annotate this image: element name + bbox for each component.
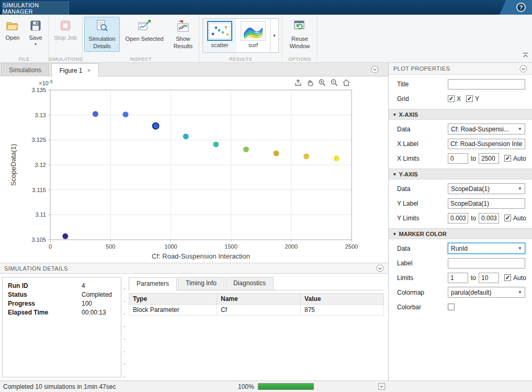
details-tab-panel: Parameters Timing Info Diagnostics Type … <box>129 277 384 377</box>
svg-text:1500: 1500 <box>224 243 237 250</box>
y-auto-checkbox[interactable] <box>504 215 511 221</box>
show-results-button[interactable]: Show Results <box>169 17 197 52</box>
zoom-out-icon[interactable] <box>330 79 338 87</box>
title-input[interactable] <box>448 79 525 89</box>
y-limits-to-label: to <box>471 215 476 222</box>
home-icon[interactable] <box>342 79 350 87</box>
svg-text:500: 500 <box>106 243 115 250</box>
tab-simulations[interactable]: Simulations <box>1 63 49 76</box>
simulation-details-button[interactable]: Simulation Details <box>84 17 120 52</box>
scatter-point-run-8[interactable] <box>274 151 279 156</box>
column-header-value[interactable]: Value <box>301 294 384 305</box>
simulation-details-icon <box>95 19 109 34</box>
tab-figure1[interactable]: Figure 1 × <box>51 63 98 77</box>
grid-row: Grid X Y <box>397 93 528 104</box>
y-axis-section-header[interactable]: ▾ Y-AXIS <box>389 169 532 180</box>
zoom-in-icon[interactable] <box>318 79 326 87</box>
x-limit-min-input[interactable] <box>448 153 468 164</box>
table-row[interactable]: Block Parameter Cf 875 <box>129 305 384 316</box>
marker-color-section-header[interactable]: ▾ MARKER COLOR <box>389 228 532 239</box>
x-limit-max-input[interactable] <box>479 153 499 164</box>
parameters-table-header-row: Type Name Value <box>129 294 384 305</box>
run-id-label: Run ID <box>8 282 82 290</box>
info-row-run-id: Run ID 4 <box>8 282 121 290</box>
y-limit-min-input[interactable] <box>448 213 468 223</box>
grid-y-checkbox[interactable] <box>466 95 473 102</box>
colorbar-checkbox[interactable] <box>448 304 455 310</box>
gallery-item-surf[interactable]: surf <box>236 19 270 52</box>
svg-text:2000: 2000 <box>285 243 298 250</box>
marker-data-dropdown[interactable]: RunId ▼ <box>448 243 525 254</box>
scatter-point-run-6[interactable] <box>213 141 219 147</box>
toolbar-ribbon: Open Save ▾ FILE Stop Job SIMULATIONS <box>0 15 532 63</box>
scatter-point-run-2[interactable] <box>93 111 98 117</box>
open-selected-button[interactable]: Open Selected <box>121 17 168 44</box>
tab-diagnostics[interactable]: Diagnostics <box>225 277 274 290</box>
gallery-item-scatter[interactable]: scatter <box>203 19 236 52</box>
scatter-point-run-9[interactable] <box>303 153 309 159</box>
pan-icon[interactable] <box>306 79 314 87</box>
save-dropdown-caret-icon[interactable]: ▾ <box>35 43 37 46</box>
ribbon-group-inspect: Simulation Details Open Selected Show Re… <box>83 15 199 62</box>
info-row-progress: Progress 100 <box>8 299 121 308</box>
section-caret-icon: ▾ <box>393 172 396 177</box>
x-auto-checkbox[interactable] <box>504 155 511 162</box>
scatter-plot[interactable]: 050010001500200025003.1053.113.1153.123.… <box>0 76 388 263</box>
svg-text:3.12: 3.12 <box>35 162 46 168</box>
ribbon-group-file: Open Save ▾ FILE <box>0 15 49 62</box>
x-data-dropdown[interactable]: Cf: Road-Suspensi... ▼ <box>448 124 525 135</box>
left-pane: Simulations Figure 1 × 05001000150020002… <box>0 63 388 380</box>
info-row-elapsed-time: Elapsed Time 00:00:13 <box>8 308 121 317</box>
colormap-dropdown[interactable]: parula(default) ▼ <box>448 287 525 298</box>
details-splitter[interactable] <box>123 277 126 377</box>
figure-actions-button[interactable] <box>371 65 379 73</box>
tab-parameters[interactable]: Parameters <box>129 277 177 290</box>
reuse-window-button[interactable]: Reuse Window <box>284 17 315 52</box>
ribbon-collapse-icon[interactable] <box>522 51 529 60</box>
column-header-name[interactable]: Name <box>217 294 301 305</box>
ribbon-group-results-label: RESULTS <box>199 57 282 62</box>
marker-limit-max-input[interactable] <box>479 273 499 283</box>
app-tab-simulation-manager[interactable]: SIMULATION MANAGER <box>2 2 69 15</box>
section-caret-icon: ▾ <box>393 112 396 117</box>
stop-job-button[interactable]: Stop Job <box>50 17 81 43</box>
scatter-point-run-3[interactable] <box>123 111 129 117</box>
marker-label-input[interactable] <box>448 258 525 268</box>
tab-timing-info[interactable]: Timing Info <box>178 277 224 290</box>
status-progress-group: 100% <box>238 383 314 390</box>
scatter-point-run-5[interactable] <box>183 133 189 139</box>
x-axis-section-header[interactable]: ▾ X-AXIS <box>389 109 532 120</box>
help-button[interactable]: ? <box>516 3 526 12</box>
gallery-dropdown-button[interactable]: ▾ <box>270 19 278 52</box>
results-gallery: scatter surf ▾ <box>202 18 279 53</box>
y-data-dropdown[interactable]: ScopeData(1) ▼ <box>448 183 525 194</box>
y-limit-max-input[interactable] <box>479 213 499 223</box>
statusbar-collapse-icon[interactable] <box>378 383 386 390</box>
x-label-input[interactable] <box>448 139 525 149</box>
export-icon[interactable] <box>294 79 302 87</box>
marker-auto-checkbox[interactable] <box>504 274 511 281</box>
colorbar-row: Colorbar <box>397 301 528 312</box>
marker-data-row: Data RunId ▼ <box>397 243 528 254</box>
marker-limits-row: Limits to Auto <box>397 272 528 283</box>
tab-close-icon[interactable]: × <box>87 67 91 74</box>
cell-name: Cf <box>217 305 301 316</box>
save-button[interactable]: Save ▾ <box>25 17 47 47</box>
column-header-type[interactable]: Type <box>129 294 217 305</box>
ribbon-group-results: scatter surf ▾ RESULTS <box>199 15 282 62</box>
y-label-input[interactable] <box>448 198 525 209</box>
scatter-point-run-4[interactable] <box>153 123 159 129</box>
scatter-point-run-7[interactable] <box>243 147 249 152</box>
scatter-point-run-10[interactable] <box>334 155 339 161</box>
ribbon-group-options: Reuse Window OPTIONS <box>282 15 318 62</box>
y-label-row: Y Label <box>397 198 528 209</box>
plot-properties-collapse-button[interactable] <box>519 65 527 73</box>
grid-x-checkbox[interactable] <box>448 95 455 102</box>
simulation-details-collapse-button[interactable] <box>376 264 384 272</box>
scatter-point-run-1[interactable] <box>62 233 68 239</box>
open-button[interactable]: Open <box>2 17 24 43</box>
plot-properties-header: PLOT PROPERTIES <box>389 63 532 75</box>
marker-limit-min-input[interactable] <box>448 273 468 283</box>
marker-limits-to-label: to <box>471 274 476 282</box>
grid-y-label: Y <box>475 95 479 103</box>
